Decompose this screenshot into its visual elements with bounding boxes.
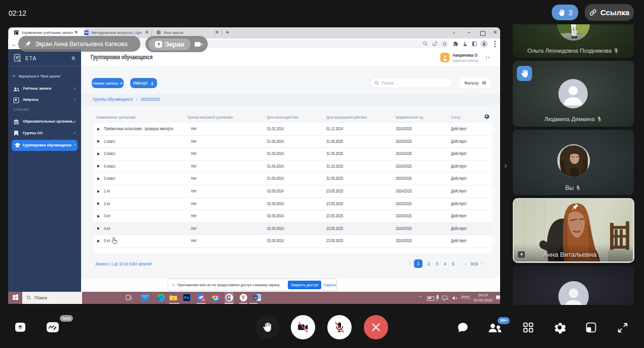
svg-text:w: w [254,296,257,299]
